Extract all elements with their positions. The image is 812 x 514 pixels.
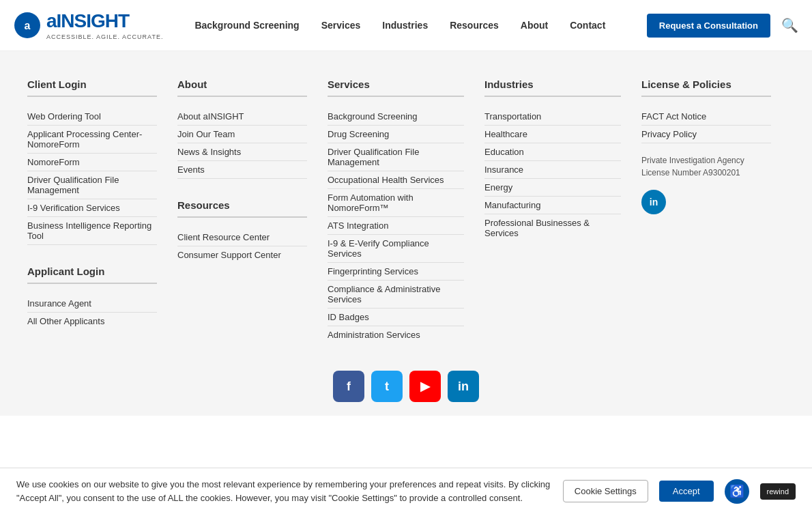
linkedin-button[interactable]: in <box>448 371 479 402</box>
nav-link-about[interactable]: About <box>510 13 559 38</box>
footer-col-services: Services Background Screening Drug Scree… <box>321 78 471 343</box>
footer-link-i9-verification[interactable]: I-9 Verification Services <box>27 199 157 217</box>
logo[interactable]: a aINSIGHT ACCESSIBLE. AGILE. ACCURATE. <box>14 10 163 40</box>
resources-section: Resources Client Resource Center Consume… <box>177 199 307 263</box>
footer-link-news-insights[interactable]: News & Insights <box>177 143 307 161</box>
footer-link-join-our-team[interactable]: Join Our Team <box>177 126 307 143</box>
footer-link-background-screening[interactable]: Background Screening <box>328 108 464 126</box>
nav-right: Request a Consultation 🔍 <box>647 14 798 38</box>
footer-link-energy[interactable]: Energy <box>484 179 621 197</box>
footer-link-consumer-support-center[interactable]: Consumer Support Center <box>177 246 307 263</box>
footer-link-insurance-agent[interactable]: Insurance Agent <box>27 295 157 313</box>
footer-link-compliance-admin[interactable]: Compliance & Administrative Services <box>328 281 464 309</box>
nav-link-industries[interactable]: Industries <box>371 13 439 38</box>
about-title: About <box>177 78 307 97</box>
nav-links: Background Screening Services Industries… <box>184 13 646 38</box>
industries-title: Industries <box>484 78 621 97</box>
facebook-button[interactable]: f <box>333 371 364 402</box>
footer-col-industries: Industries Transportation Healthcare Edu… <box>478 78 628 343</box>
private-investigation-note: Private Investigation Agency License Num… <box>641 154 771 179</box>
license-title: License & Policies <box>641 78 771 97</box>
footer-link-dqfm-client[interactable]: Driver Qualification File Management <box>27 171 157 199</box>
footer-link-administration-services[interactable]: Administration Services <box>328 326 464 343</box>
resources-title: Resources <box>177 199 307 218</box>
nav-link-contact[interactable]: Contact <box>559 13 616 38</box>
consultation-button[interactable]: Request a Consultation <box>647 14 770 38</box>
footer-link-fact-act-notice[interactable]: FACT Act Notice <box>641 108 771 126</box>
nav-link-background-screening[interactable]: Background Screening <box>184 13 310 38</box>
footer-link-fingerprinting[interactable]: Fingerprinting Services <box>328 263 464 281</box>
footer-link-transportation[interactable]: Transportation <box>484 108 621 126</box>
footer-col-about: About About aINSIGHT Join Our Team News … <box>171 78 314 343</box>
linkedin-icon[interactable]: in <box>641 190 666 214</box>
logo-text: aINSIGHT <box>46 10 163 32</box>
footer-link-events[interactable]: Events <box>177 161 307 179</box>
client-login-title: Client Login <box>27 78 157 97</box>
nav-link-services[interactable]: Services <box>310 13 372 38</box>
logo-icon: a <box>14 12 41 39</box>
footer-link-privacy-policy[interactable]: Privacy Policy <box>641 126 771 143</box>
footer-main: Client Login Web Ordering Tool Applicant… <box>0 51 812 364</box>
footer-link-business-intelligence[interactable]: Business Intelligence Reporting Tool <box>27 217 157 245</box>
svg-text:a: a <box>25 20 31 31</box>
footer-link-dqfm[interactable]: Driver Qualification File Management <box>328 143 464 171</box>
nav-link-resources[interactable]: Resources <box>439 13 510 38</box>
footer-link-client-resource-center[interactable]: Client Resource Center <box>177 229 307 246</box>
footer-link-nomoreforms[interactable]: NomoreForm <box>27 154 157 171</box>
footer-link-i9-e-verify[interactable]: I-9 & E-Verify Compliance Services <box>328 235 464 263</box>
footer-link-occupational-health[interactable]: Occupational Health Services <box>328 171 464 189</box>
search-icon[interactable]: 🔍 <box>781 17 798 33</box>
footer-link-manufacturing[interactable]: Manufacturing <box>484 197 621 214</box>
footer-link-form-automation[interactable]: Form Automation with NomoreForm™ <box>328 189 464 217</box>
footer-link-web-ordering-tool[interactable]: Web Ordering Tool <box>27 108 157 126</box>
footer-col-license: License & Policies FACT Act Notice Priva… <box>635 78 778 343</box>
footer-link-healthcare[interactable]: Healthcare <box>484 126 621 143</box>
footer-link-drug-screening[interactable]: Drug Screening <box>328 126 464 143</box>
footer-col-client-login: Client Login Web Ordering Tool Applicant… <box>20 78 164 343</box>
logo-tagline: ACCESSIBLE. AGILE. ACCURATE. <box>46 33 163 40</box>
applicant-login-title: Applicant Login <box>27 266 157 284</box>
footer-link-id-badges[interactable]: ID Badges <box>328 309 464 326</box>
navbar: a aINSIGHT ACCESSIBLE. AGILE. ACCURATE. … <box>0 0 812 51</box>
footer-link-education[interactable]: Education <box>484 143 621 161</box>
applicant-login-section: Applicant Login Insurance Agent All Othe… <box>27 266 157 330</box>
footer-link-applicant-processing[interactable]: Applicant Processing Center-NomoreForm <box>27 126 157 154</box>
social-bar: f t ▶ in <box>0 364 812 416</box>
services-title: Services <box>328 78 464 97</box>
footer-link-insurance[interactable]: Insurance <box>484 161 621 179</box>
footer-link-professional-businesses[interactable]: Professional Businesses & Services <box>484 214 621 242</box>
footer-link-ats-integration[interactable]: ATS Integration <box>328 217 464 235</box>
twitter-button[interactable]: t <box>371 371 403 402</box>
footer-link-about-ainsight[interactable]: About aINSIGHT <box>177 108 307 126</box>
youtube-button[interactable]: ▶ <box>409 371 441 402</box>
footer-link-all-other-applicants[interactable]: All Other Applicants <box>27 313 157 330</box>
footer-grid: Client Login Web Ordering Tool Applicant… <box>20 78 792 343</box>
